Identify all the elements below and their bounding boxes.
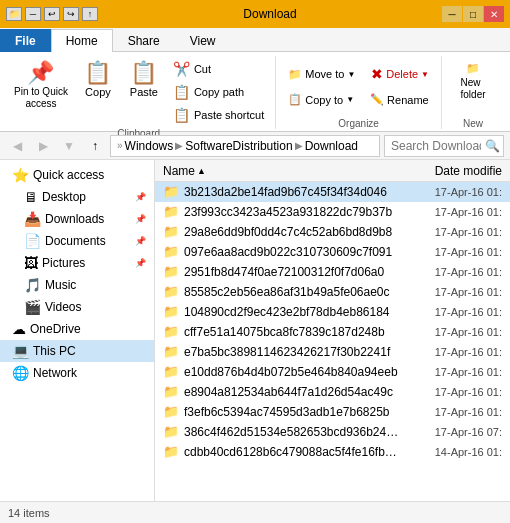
folder-icon: 📁	[163, 244, 179, 259]
delete-label: Delete	[386, 68, 418, 80]
organize-row-1: 📁 Move to ▼ ✖ Delete ▼	[282, 63, 435, 85]
table-row[interactable]: 📁 cdbb40cd6128b6c479088ac5f4fe16fb917a..…	[155, 442, 510, 462]
tab-view[interactable]: View	[175, 29, 231, 52]
file-list-header: Name ▲ Date modifie	[155, 160, 510, 182]
column-date[interactable]: Date modifie	[402, 164, 502, 178]
nav-item-network[interactable]: 🌐 Network	[0, 362, 154, 384]
table-row[interactable]: 📁 e7ba5bc3898114623426217f30b2241f 17-Ap…	[155, 342, 510, 362]
copy-path-button[interactable]: 📋 Copy path	[168, 81, 249, 103]
back-button[interactable]: ◀	[6, 136, 28, 156]
path-sep-2: ▶	[295, 140, 303, 151]
table-row[interactable]: 📁 23f993cc3423a4523a931822dc79b37b 17-Ap…	[155, 202, 510, 222]
folder-icon: 📁	[163, 424, 179, 439]
maximize-button[interactable]: □	[463, 6, 483, 22]
paste-button[interactable]: 📋 Paste	[122, 58, 166, 101]
delete-button[interactable]: ✖ Delete ▼	[365, 63, 435, 85]
copy-button[interactable]: 📋 Copy	[76, 58, 120, 101]
file-name: cdbb40cd6128b6c479088ac5f4fe16fb917a...	[184, 445, 402, 459]
nav-item-documents[interactable]: 📄 Documents 📌	[0, 230, 154, 252]
pin-indicator: 📌	[135, 236, 146, 246]
path-download[interactable]: Download	[305, 139, 358, 153]
copy-path-icon: 📋	[173, 84, 190, 100]
file-name: 3b213da2be14fad9b67c45f34f34d046	[184, 185, 402, 199]
file-list: Name ▲ Date modifie 📁 3b213da2be14fad9b6…	[155, 160, 510, 501]
forward-button[interactable]: ▶	[32, 136, 54, 156]
table-row[interactable]: 📁 2951fb8d474f0ae72100312f0f7d06a0 17-Ap…	[155, 262, 510, 282]
up-btn[interactable]: ↑	[82, 7, 98, 21]
table-row[interactable]: 📁 097e6aa8acd9b022c310730609c7f091 17-Ap…	[155, 242, 510, 262]
nav-label: Music	[45, 278, 76, 292]
nav-icon: ☁	[12, 321, 26, 337]
cut-label: Cut	[194, 63, 211, 75]
file-name: e10dd876b4d4b072b5e464b840a94eeb	[184, 365, 402, 379]
nav-item-pictures[interactable]: 🖼 Pictures 📌	[0, 252, 154, 274]
folder-icon: 📁	[163, 264, 179, 279]
copy-to-button[interactable]: 📋 Copy to ▼	[282, 90, 360, 109]
nav-item-onedrive[interactable]: ☁ OneDrive	[0, 318, 154, 340]
clipboard-group: 📌 Pin to Quickaccess 📋 Copy 📋 Paste ✂️ C…	[4, 56, 276, 129]
table-row[interactable]: 📁 3b213da2be14fad9b67c45f34f34d046 17-Ap…	[155, 182, 510, 202]
nav-pane: ⭐ Quick access 🖥 Desktop 📌📥 Downloads 📌📄…	[0, 160, 155, 501]
nav-item-desktop[interactable]: 🖥 Desktop 📌	[0, 186, 154, 208]
recent-button[interactable]: ▼	[58, 136, 80, 156]
file-name: e7ba5bc3898114623426217f30b2241f	[184, 345, 402, 359]
tab-file[interactable]: File	[0, 29, 51, 52]
nav-item-music[interactable]: 🎵 Music	[0, 274, 154, 296]
pin-indicator: 📌	[135, 192, 146, 202]
new-folder-button[interactable]: 📁 Newfolder	[455, 58, 492, 105]
folder-icon: 📁	[163, 224, 179, 239]
close-button[interactable]: ✕	[484, 6, 504, 22]
rename-button[interactable]: ✏️ Rename	[364, 90, 435, 109]
delete-icon: ✖	[371, 66, 383, 82]
column-name[interactable]: Name ▲	[163, 164, 402, 178]
paste-icon: 📋	[130, 62, 157, 84]
search-input[interactable]	[391, 139, 481, 153]
search-box[interactable]: 🔍	[384, 135, 504, 157]
path-windows[interactable]: Windows	[125, 139, 174, 153]
tab-home[interactable]: Home	[51, 29, 113, 52]
nav-icon: 🖼	[24, 255, 38, 271]
table-row[interactable]: 📁 e8904a812534ab644f7a1d26d54ac49c 17-Ap…	[155, 382, 510, 402]
table-row[interactable]: 📁 386c4f462d51534e582653bcd936b24b043...…	[155, 422, 510, 442]
ribbon-tabs: File Home Share View	[0, 28, 510, 52]
title-bar-icon: 📁	[6, 7, 22, 21]
paste-shortcut-label: Paste shortcut	[194, 109, 264, 121]
file-date: 17-Apr-16 01:	[402, 226, 502, 238]
new-group: 📁 Newfolder New	[444, 56, 504, 129]
col-name-label: Name	[163, 164, 195, 178]
delete-arrow: ▼	[421, 70, 429, 79]
file-name: 85585c2eb56ea86af31b49a5fe06ae0c	[184, 285, 402, 299]
copy-to-label: Copy to	[305, 94, 343, 106]
table-row[interactable]: 📁 104890cd2f9ec423e2bf78db4eb86184 17-Ap…	[155, 302, 510, 322]
path-softwaredistribution[interactable]: SoftwareDistribution	[185, 139, 292, 153]
table-row[interactable]: 📁 85585c2eb56ea86af31b49a5fe06ae0c 17-Ap…	[155, 282, 510, 302]
table-row[interactable]: 📁 e10dd876b4d4b072b5e464b840a94eeb 17-Ap…	[155, 362, 510, 382]
paste-shortcut-button[interactable]: 📋 Paste shortcut	[168, 104, 269, 126]
folder-icon: 📁	[163, 184, 179, 199]
search-icon: 🔍	[485, 139, 500, 153]
tab-share[interactable]: Share	[113, 29, 175, 52]
nav-item-videos[interactable]: 🎬 Videos	[0, 296, 154, 318]
nav-item-this-pc[interactable]: 💻 This PC	[0, 340, 154, 362]
address-path[interactable]: » Windows ▶ SoftwareDistribution ▶ Downl…	[110, 135, 380, 157]
undo-btn[interactable]: ↩	[44, 7, 60, 21]
table-row[interactable]: 📁 cff7e51a14075bca8fc7839c187d248b 17-Ap…	[155, 322, 510, 342]
nav-item-downloads[interactable]: 📥 Downloads 📌	[0, 208, 154, 230]
file-date: 17-Apr-16 01:	[402, 306, 502, 318]
redo-btn[interactable]: ↪	[63, 7, 79, 21]
pin-indicator: 📌	[135, 214, 146, 224]
quick-access-btn[interactable]: ─	[25, 7, 41, 21]
nav-icon: 📥	[24, 211, 41, 227]
up-button[interactable]: ↑	[84, 136, 106, 156]
sort-arrow: ▲	[197, 166, 206, 176]
cut-button[interactable]: ✂️ Cut	[168, 58, 216, 80]
nav-icon: ⭐	[12, 167, 29, 183]
rename-icon: ✏️	[370, 93, 384, 106]
pin-to-quick-access-button[interactable]: 📌 Pin to Quickaccess	[8, 58, 74, 113]
move-to-button[interactable]: 📁 Move to ▼	[282, 63, 361, 85]
file-date: 17-Apr-16 01:	[402, 346, 502, 358]
table-row[interactable]: 📁 f3efb6c5394ac74595d3adb1e7b6825b 17-Ap…	[155, 402, 510, 422]
nav-item-quick-access[interactable]: ⭐ Quick access	[0, 164, 154, 186]
minimize-button[interactable]: ─	[442, 6, 462, 22]
table-row[interactable]: 📁 29a8e6dd9bf0dd4c7c4c52ab6bd8d9b8 17-Ap…	[155, 222, 510, 242]
